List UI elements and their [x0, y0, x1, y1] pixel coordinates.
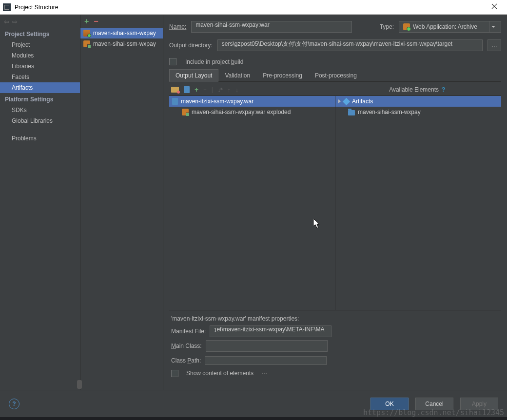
nav-item-modules[interactable]: Modules [0, 50, 80, 61]
ok-button[interactable]: OK [370, 398, 409, 410]
artifact-row-label: maven-sihai-ssm-wxpay [93, 30, 156, 37]
artifact-tabs: Output Layout Validation Pre-processing … [169, 69, 501, 82]
available-elements-label: Available Elements [389, 86, 439, 93]
module-icon [348, 110, 355, 115]
war-icon [83, 30, 90, 37]
browse-outdir-button[interactable]: … [488, 39, 501, 51]
tree-row-label: maven-sihai-ssm-wxpay:war exploded [192, 109, 291, 115]
apply-button[interactable]: Apply [460, 398, 498, 410]
manifest-header: 'maven-itzixi-ssm-wxpay.war' manifest pr… [171, 313, 499, 324]
output-layout-toolbar: + − | ↓ª ↑ ↓ Available Elements ? [169, 84, 501, 95]
nav-forward-icon[interactable]: ⇨ [12, 18, 18, 25]
nav-group-project-settings: Project Settings [0, 28, 80, 39]
artifact-name-input[interactable]: maven-sihai-ssm-wxpay:war [191, 21, 352, 33]
tab-preprocessing[interactable]: Pre-processing [256, 69, 309, 81]
artifact-list-pane: + − maven-sihai-ssm-wxpay maven-sihai-ss… [80, 15, 163, 390]
type-label: Type: [380, 23, 394, 30]
window-close-button[interactable] [485, 3, 504, 11]
available-row-label: maven-sihai-ssm-wxpay [358, 109, 421, 115]
new-folder-icon[interactable] [171, 87, 179, 93]
dialog-body: ⇦ ⇨ Project Settings Project Modules Lib… [0, 15, 507, 390]
nav-back-icon[interactable]: ⇦ [4, 18, 9, 25]
add-copy-icon[interactable]: + [195, 86, 198, 94]
nav-scrollbar[interactable] [77, 380, 82, 389]
available-row-label: Artifacts [352, 98, 373, 105]
class-path-input[interactable] [205, 356, 327, 365]
help-icon[interactable]: ? [442, 86, 445, 93]
nav-item-artifacts[interactable]: Artifacts [0, 82, 80, 93]
artifacts-group-icon [343, 97, 351, 105]
nav-item-libraries[interactable]: Libraries [0, 61, 80, 72]
manifest-panel: 'maven-itzixi-ssm-wxpay.war' manifest pr… [169, 310, 501, 379]
tab-postprocessing[interactable]: Post-processing [309, 69, 363, 81]
ellipsis-icon[interactable]: ⋯ [261, 370, 267, 377]
tree-row-exploded[interactable]: maven-sihai-ssm-wxpay:war exploded [169, 107, 335, 117]
tree-row-label: maven-itzixi-ssm-wxpay.war [181, 98, 254, 105]
cancel-button[interactable]: Cancel [415, 398, 453, 410]
archive-type-icon [403, 23, 410, 30]
available-elements-tree[interactable]: Artifacts maven-sihai-ssm-wxpay [335, 96, 501, 310]
new-archive-icon[interactable] [184, 86, 190, 93]
manifest-file-label: Manifest File: [171, 328, 206, 335]
remove-artifact-button[interactable]: − [94, 17, 98, 26]
outdir-label: Output directory: [169, 42, 213, 49]
artifact-row-label: maven-sihai-ssm-wxpay [93, 40, 156, 47]
expand-icon[interactable] [338, 99, 341, 103]
move-up-icon[interactable]: ↑ [227, 86, 231, 94]
artifact-toolbar: + − [80, 15, 163, 28]
available-module[interactable]: maven-sihai-ssm-wxpay [335, 107, 501, 117]
move-down-icon[interactable]: ↓ [235, 86, 239, 94]
main-class-label: Main Class: [171, 343, 202, 349]
artifact-row-war[interactable]: maven-sihai-ssm-wxpay [80, 28, 163, 38]
nav-item-global-libraries[interactable]: Global Libraries [0, 115, 80, 126]
help-button[interactable]: ? [9, 399, 20, 409]
nav-group-platform-settings: Platform Settings [0, 93, 80, 105]
tab-validation[interactable]: Validation [218, 69, 256, 81]
sort-icon[interactable]: ↓ª [218, 87, 223, 93]
name-label: Name: [169, 23, 186, 30]
nav-toolbar: ⇦ ⇨ [0, 15, 80, 28]
nav-item-project[interactable]: Project [0, 39, 80, 50]
include-build-checkbox[interactable] [169, 58, 176, 65]
artifact-detail-pane: Name: maven-sihai-ssm-wxpay:war Type: We… [163, 15, 507, 390]
chevron-down-icon [489, 21, 497, 32]
remove-icon[interactable]: − [203, 87, 206, 93]
add-artifact-button[interactable]: + [84, 17, 89, 26]
artifact-type-value: Web Application: Archive [413, 23, 477, 30]
output-directory-input[interactable]: sers\gzpost05\Desktop\支付\支付\maven-sihai-… [217, 39, 483, 51]
tab-output-layout[interactable]: Output Layout [169, 69, 218, 82]
manifest-file-input[interactable]: ʇet\maven-itzixi-ssm-wxpay\META-INF\MA [210, 325, 332, 337]
output-tree[interactable]: maven-itzixi-ssm-wxpay.war maven-sihai-s… [169, 96, 335, 310]
include-build-label: Include in project build [185, 58, 243, 65]
dialog-button-bar: ? OK Cancel Apply [0, 390, 507, 417]
app-icon [3, 3, 11, 11]
artifact-type-select[interactable]: Web Application: Archive [399, 21, 501, 33]
tree-row-archive[interactable]: maven-itzixi-ssm-wxpay.war [169, 96, 335, 107]
main-class-input[interactable] [206, 340, 328, 352]
available-group-artifacts[interactable]: Artifacts [335, 96, 501, 107]
settings-nav: ⇦ ⇨ Project Settings Project Modules Lib… [0, 15, 80, 390]
exploded-icon [182, 109, 189, 115]
titlebar: Project Structure [0, 0, 507, 15]
window-title: Project Structure [15, 4, 58, 11]
artifact-row-exploded[interactable]: maven-sihai-ssm-wxpay [80, 38, 163, 49]
show-content-label: Show content of elements [186, 370, 254, 377]
exploded-icon [83, 40, 90, 47]
output-layout-panes: maven-itzixi-ssm-wxpay.war maven-sihai-s… [169, 95, 501, 310]
nav-item-sdks[interactable]: SDKs [0, 105, 80, 115]
nav-item-facets[interactable]: Facets [0, 72, 80, 82]
archive-icon [172, 98, 178, 105]
class-path-label: Class Path: [171, 357, 201, 364]
nav-item-problems[interactable]: Problems [0, 133, 80, 144]
show-content-checkbox[interactable] [171, 370, 178, 377]
